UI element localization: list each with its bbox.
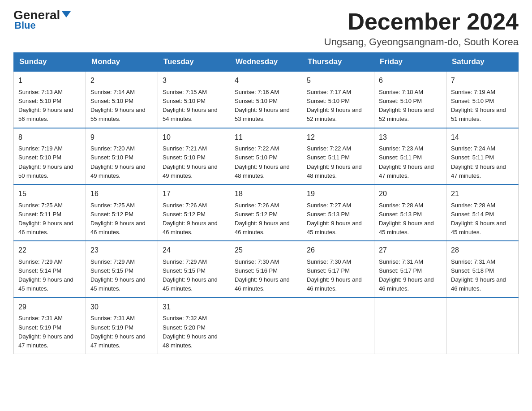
day-info: Sunrise: 7:30 AMSunset: 5:17 PMDaylight:…: [307, 257, 369, 294]
table-row: 28 Sunrise: 7:31 AMSunset: 5:18 PMDaylig…: [446, 241, 519, 297]
table-row: 1 Sunrise: 7:13 AMSunset: 5:10 PMDayligh…: [14, 71, 86, 128]
day-number: 8: [18, 132, 81, 143]
calendar-week-row: 8 Sunrise: 7:19 AMSunset: 5:10 PMDayligh…: [14, 128, 519, 184]
table-row: [302, 298, 374, 354]
day-number: 29: [18, 302, 81, 313]
day-number: 13: [379, 132, 442, 143]
table-row: 20 Sunrise: 7:28 AMSunset: 5:13 PMDaylig…: [374, 184, 446, 241]
table-row: 18 Sunrise: 7:26 AMSunset: 5:12 PMDaylig…: [230, 184, 302, 241]
table-row: 12 Sunrise: 7:22 AMSunset: 5:11 PMDaylig…: [302, 128, 374, 184]
logo-triangle-icon: [62, 11, 71, 17]
table-row: 19 Sunrise: 7:27 AMSunset: 5:13 PMDaylig…: [302, 184, 374, 241]
day-info: Sunrise: 7:20 AMSunset: 5:10 PMDaylight:…: [90, 144, 153, 180]
table-row: 2 Sunrise: 7:14 AMSunset: 5:10 PMDayligh…: [86, 71, 158, 128]
day-number: 10: [163, 132, 225, 143]
header-sunday: Sunday: [14, 53, 86, 72]
day-info: Sunrise: 7:21 AMSunset: 5:10 PMDaylight:…: [163, 144, 225, 180]
day-info: Sunrise: 7:26 AMSunset: 5:12 PMDaylight:…: [163, 201, 225, 237]
day-number: 22: [18, 245, 81, 256]
day-number: 14: [451, 132, 514, 143]
day-info: Sunrise: 7:18 AMSunset: 5:10 PMDaylight:…: [379, 88, 442, 124]
day-info: Sunrise: 7:25 AMSunset: 5:12 PMDaylight:…: [90, 201, 153, 237]
day-info: Sunrise: 7:26 AMSunset: 5:12 PMDaylight:…: [235, 201, 297, 237]
table-row: 27 Sunrise: 7:31 AMSunset: 5:17 PMDaylig…: [374, 241, 446, 297]
day-number: 4: [235, 75, 297, 86]
day-info: Sunrise: 7:31 AMSunset: 5:19 PMDaylight:…: [90, 314, 153, 350]
calendar-week-row: 22 Sunrise: 7:29 AMSunset: 5:14 PMDaylig…: [14, 241, 519, 297]
day-info: Sunrise: 7:22 AMSunset: 5:11 PMDaylight:…: [307, 144, 369, 180]
table-row: 16 Sunrise: 7:25 AMSunset: 5:12 PMDaylig…: [86, 184, 158, 241]
day-info: Sunrise: 7:28 AMSunset: 5:13 PMDaylight:…: [379, 201, 442, 237]
day-number: 7: [451, 75, 514, 86]
day-info: Sunrise: 7:14 AMSunset: 5:10 PMDaylight:…: [90, 88, 153, 124]
table-row: 3 Sunrise: 7:15 AMSunset: 5:10 PMDayligh…: [158, 71, 230, 128]
day-info: Sunrise: 7:24 AMSunset: 5:11 PMDaylight:…: [451, 144, 514, 180]
day-number: 19: [307, 188, 369, 200]
day-number: 11: [235, 132, 297, 143]
day-number: 6: [379, 75, 442, 86]
day-info: Sunrise: 7:19 AMSunset: 5:10 PMDaylight:…: [18, 144, 81, 180]
day-number: 15: [18, 188, 81, 200]
table-row: 30 Sunrise: 7:31 AMSunset: 5:19 PMDaylig…: [86, 298, 158, 354]
table-row: [374, 298, 446, 354]
day-info: Sunrise: 7:31 AMSunset: 5:17 PMDaylight:…: [379, 257, 442, 294]
table-row: 11 Sunrise: 7:22 AMSunset: 5:10 PMDaylig…: [230, 128, 302, 184]
table-row: 24 Sunrise: 7:29 AMSunset: 5:15 PMDaylig…: [158, 241, 230, 297]
day-info: Sunrise: 7:30 AMSunset: 5:16 PMDaylight:…: [235, 257, 297, 294]
day-info: Sunrise: 7:28 AMSunset: 5:14 PMDaylight:…: [451, 201, 514, 237]
page-header: General Blue December 2024 Ungsang, Gyeo…: [13, 9, 519, 48]
location-title: Ungsang, Gyeongsangnam-do, South Korea: [324, 36, 519, 48]
day-number: 20: [379, 188, 442, 200]
day-info: Sunrise: 7:22 AMSunset: 5:10 PMDaylight:…: [235, 144, 297, 180]
calendar-week-row: 15 Sunrise: 7:25 AMSunset: 5:11 PMDaylig…: [14, 184, 519, 241]
table-row: 4 Sunrise: 7:16 AMSunset: 5:10 PMDayligh…: [230, 71, 302, 128]
day-info: Sunrise: 7:13 AMSunset: 5:10 PMDaylight:…: [18, 88, 81, 124]
logo-blue-text: Blue: [14, 20, 36, 31]
header-monday: Monday: [86, 53, 158, 72]
calendar-table: Sunday Monday Tuesday Wednesday Thursday…: [13, 52, 519, 354]
table-row: 29 Sunrise: 7:31 AMSunset: 5:19 PMDaylig…: [14, 298, 86, 354]
table-row: 21 Sunrise: 7:28 AMSunset: 5:14 PMDaylig…: [446, 184, 519, 241]
header-friday: Friday: [374, 53, 446, 72]
table-row: 6 Sunrise: 7:18 AMSunset: 5:10 PMDayligh…: [374, 71, 446, 128]
day-info: Sunrise: 7:25 AMSunset: 5:11 PMDaylight:…: [18, 201, 81, 237]
table-row: 8 Sunrise: 7:19 AMSunset: 5:10 PMDayligh…: [14, 128, 86, 184]
day-number: 31: [163, 302, 225, 313]
table-row: 5 Sunrise: 7:17 AMSunset: 5:10 PMDayligh…: [302, 71, 374, 128]
day-number: 1: [18, 75, 81, 86]
day-info: Sunrise: 7:15 AMSunset: 5:10 PMDaylight:…: [163, 88, 225, 124]
day-info: Sunrise: 7:23 AMSunset: 5:11 PMDaylight:…: [379, 144, 442, 180]
day-number: 24: [163, 245, 225, 256]
day-number: 3: [163, 75, 225, 86]
table-row: 22 Sunrise: 7:29 AMSunset: 5:14 PMDaylig…: [14, 241, 86, 297]
table-row: 23 Sunrise: 7:29 AMSunset: 5:15 PMDaylig…: [86, 241, 158, 297]
day-info: Sunrise: 7:27 AMSunset: 5:13 PMDaylight:…: [307, 201, 369, 237]
table-row: 10 Sunrise: 7:21 AMSunset: 5:10 PMDaylig…: [158, 128, 230, 184]
month-title: December 2024: [324, 9, 519, 34]
calendar-header-row: Sunday Monday Tuesday Wednesday Thursday…: [14, 53, 519, 72]
table-row: 17 Sunrise: 7:26 AMSunset: 5:12 PMDaylig…: [158, 184, 230, 241]
day-info: Sunrise: 7:31 AMSunset: 5:19 PMDaylight:…: [18, 314, 81, 350]
calendar-week-row: 1 Sunrise: 7:13 AMSunset: 5:10 PMDayligh…: [14, 71, 519, 128]
header-thursday: Thursday: [302, 53, 374, 72]
day-info: Sunrise: 7:17 AMSunset: 5:10 PMDaylight:…: [307, 88, 369, 124]
day-number: 5: [307, 75, 369, 86]
table-row: 15 Sunrise: 7:25 AMSunset: 5:11 PMDaylig…: [14, 184, 86, 241]
day-info: Sunrise: 7:16 AMSunset: 5:10 PMDaylight:…: [235, 88, 297, 124]
table-row: [446, 298, 519, 354]
day-number: 21: [451, 188, 514, 200]
day-number: 23: [90, 245, 153, 256]
day-number: 2: [90, 75, 153, 86]
day-number: 18: [235, 188, 297, 200]
table-row: 14 Sunrise: 7:24 AMSunset: 5:11 PMDaylig…: [446, 128, 519, 184]
table-row: 7 Sunrise: 7:19 AMSunset: 5:10 PMDayligh…: [446, 71, 519, 128]
header-saturday: Saturday: [446, 53, 519, 72]
table-row: 13 Sunrise: 7:23 AMSunset: 5:11 PMDaylig…: [374, 128, 446, 184]
day-info: Sunrise: 7:29 AMSunset: 5:14 PMDaylight:…: [18, 257, 81, 294]
table-row: 25 Sunrise: 7:30 AMSunset: 5:16 PMDaylig…: [230, 241, 302, 297]
day-info: Sunrise: 7:29 AMSunset: 5:15 PMDaylight:…: [163, 257, 225, 294]
day-number: 9: [90, 132, 153, 143]
day-info: Sunrise: 7:29 AMSunset: 5:15 PMDaylight:…: [90, 257, 153, 294]
table-row: 9 Sunrise: 7:20 AMSunset: 5:10 PMDayligh…: [86, 128, 158, 184]
table-row: [230, 298, 302, 354]
